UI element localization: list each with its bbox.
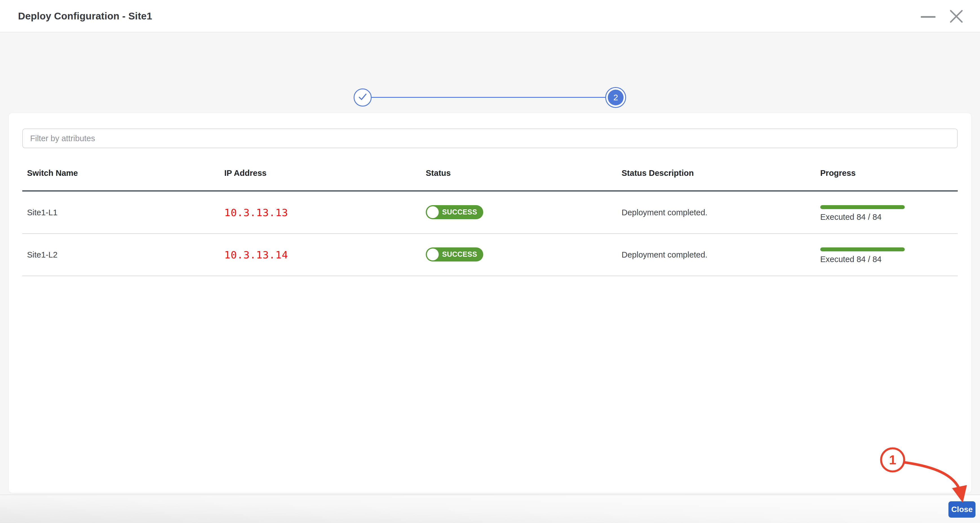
status-badge-label: SUCCESS	[442, 208, 477, 216]
progress-bar-fill	[820, 205, 905, 209]
step-config-preview-indicator[interactable]	[354, 89, 372, 107]
switch-name-cell: Site1-L2	[22, 250, 220, 259]
progress-bar	[820, 247, 905, 251]
minimize-icon[interactable]	[920, 8, 936, 24]
step-number: 2	[608, 90, 624, 105]
dialog-titlebar: Deploy Configuration - Site1	[0, 0, 980, 32]
dialog-footer: Close	[0, 494, 980, 523]
switch-deploy-table: Switch Name IP Address Status Status Des…	[22, 169, 958, 276]
deploy-progress-card: Switch Name IP Address Status Status Des…	[8, 113, 972, 493]
close-icon[interactable]	[948, 8, 964, 24]
progress-label: Executed 84 / 84	[820, 255, 953, 264]
progress-bar	[820, 205, 905, 209]
table-header-row: Switch Name IP Address Status Status Des…	[22, 169, 958, 192]
col-header-status-description: Status Description	[617, 169, 815, 190]
step-deploy-progress-indicator[interactable]: 2	[605, 87, 626, 108]
status-dot-icon	[427, 206, 439, 218]
progress-cell: Executed 84 / 84	[820, 246, 953, 264]
status-dot-icon	[427, 248, 439, 261]
status-badge-label: SUCCESS	[442, 250, 477, 258]
col-header-switch-name: Switch Name	[22, 169, 220, 190]
switch-name-cell: Site1-L1	[22, 208, 220, 217]
status-description-cell: Deployment completed.	[617, 250, 815, 259]
wizard-stepper: Config Preview 2 Deploy Progress	[0, 32, 980, 113]
check-icon	[358, 93, 367, 102]
filter-input[interactable]	[22, 129, 958, 148]
table-row: Site1-L2 10.3.13.14 SUCCESS Deployment c…	[22, 234, 958, 276]
progress-label: Executed 84 / 84	[820, 213, 953, 222]
status-description-cell: Deployment completed.	[617, 208, 815, 217]
status-badge: SUCCESS	[426, 205, 483, 219]
table-row: Site1-L1 10.3.13.13 SUCCESS Deployment c…	[22, 192, 958, 234]
ip-address-cell: 10.3.13.13	[224, 207, 288, 218]
window-controls	[920, 0, 964, 32]
col-header-ip-address: IP Address	[220, 169, 421, 190]
ip-address-cell: 10.3.13.14	[224, 249, 288, 261]
progress-bar-fill	[820, 247, 905, 251]
col-header-status: Status	[421, 169, 617, 190]
status-badge: SUCCESS	[426, 247, 483, 262]
stepper-connector	[363, 97, 606, 98]
dialog-title: Deploy Configuration - Site1	[18, 10, 152, 22]
col-header-progress: Progress	[815, 169, 958, 190]
progress-cell: Executed 84 / 84	[820, 203, 953, 222]
close-button[interactable]: Close	[948, 501, 975, 518]
